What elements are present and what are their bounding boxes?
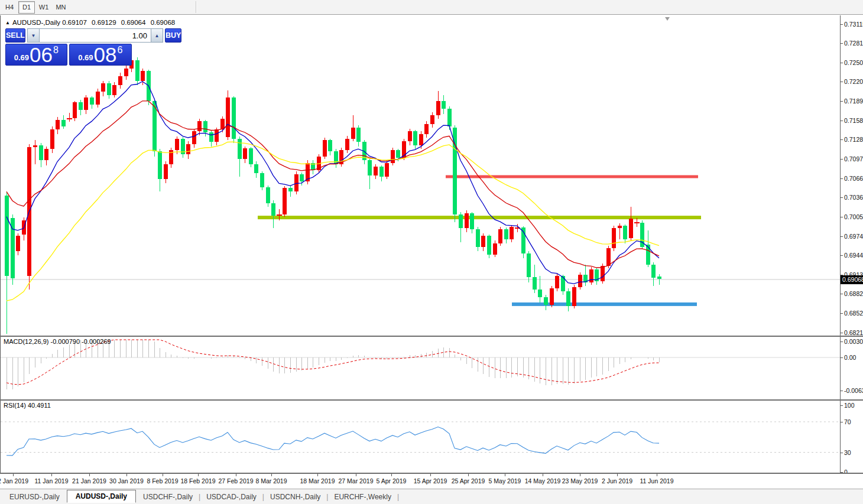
- chart-tab-usdchf[interactable]: USDCHF-,Daily: [138, 493, 197, 501]
- timeframe-toolbar: H4 D1 W1 MN: [0, 0, 863, 15]
- price-chart-canvas[interactable]: [1, 15, 841, 473]
- buy-price-pip: 6: [117, 45, 122, 56]
- date-tick: [430, 474, 431, 476]
- price-axis-label: 0.68520: [844, 310, 863, 317]
- sell-price-panel[interactable]: 0.69 06 8: [5, 44, 67, 66]
- date-tick: [617, 474, 618, 476]
- resistance-line[interactable]: [446, 175, 698, 178]
- chart-tab-audusd[interactable]: AUDUSD-,Daily: [67, 490, 136, 503]
- price-axis-label: 0.70970: [844, 155, 863, 162]
- macd-axis-label: -0.006311: [844, 387, 863, 394]
- timeframe-w1-button[interactable]: W1: [35, 1, 52, 14]
- price-axis-label: 0.69745: [844, 233, 863, 240]
- tab-separator: |: [326, 493, 328, 501]
- buy-price-big: 08: [94, 45, 117, 64]
- buy-price-prefix: 0.69: [78, 53, 93, 62]
- date-tick: [198, 474, 199, 476]
- tab-separator: |: [262, 493, 264, 501]
- buy-button[interactable]: BUY: [165, 28, 181, 43]
- price-axis-label: 0.72505: [844, 59, 863, 66]
- date-tick: [271, 474, 272, 476]
- tab-separator: |: [397, 493, 399, 501]
- buy-price-panel[interactable]: 0.69 08 6: [69, 44, 132, 66]
- toolbar-separator: [196, 1, 197, 13]
- date-tick: [89, 474, 90, 476]
- date-tick: [13, 474, 14, 476]
- price-axis-label: 0.71890: [844, 97, 863, 105]
- chart-tab-usdcnh[interactable]: USDCNH-,Daily: [265, 493, 325, 501]
- volume-stepper: ▼ ▲: [27, 28, 163, 43]
- one-click-trading-panel: SELL ▼ ▲ BUY 0.69 06 8 0.69 08 6: [5, 28, 132, 66]
- pane-separator-bottom: [0, 473, 863, 474]
- price-axis-label: 0.72200: [844, 78, 863, 85]
- date-tick: [236, 474, 236, 476]
- ohlc-close: 0.69068: [151, 19, 176, 26]
- price-axis-label: 0.68825: [844, 290, 863, 297]
- price-axis-label: 0.70050: [844, 213, 863, 220]
- chart-tab-bar: EURUSD-,DailyAUDUSD-,DailyUSDCHF-,Daily|…: [0, 489, 863, 504]
- chart-area: ▲AUDUSD-,Daily 0.69107 0.69129 0.69064 0…: [0, 15, 840, 473]
- date-axis[interactable]: 2 Jan 201911 Jan 201921 Jan 201930 Jan 2…: [0, 474, 863, 488]
- date-tick: [468, 474, 469, 476]
- pivot-line[interactable]: [258, 216, 701, 219]
- volume-decrease-button[interactable]: ▼: [27, 28, 40, 43]
- timeframe-d1-button[interactable]: D1: [18, 1, 35, 14]
- date-tick: [126, 474, 127, 476]
- date-tick: [505, 474, 505, 476]
- rsi-axis-label: 30: [844, 449, 851, 456]
- pane-separator-macd[interactable]: [0, 336, 863, 337]
- price-axis-label: 0.70360: [844, 194, 863, 201]
- chart-shift-marker-icon[interactable]: [665, 17, 670, 21]
- date-tick: [391, 474, 392, 476]
- sell-price-big: 06: [30, 45, 53, 64]
- ohlc-high: 0.69129: [92, 19, 116, 26]
- price-axis-label: 0.72810: [844, 40, 863, 47]
- collapse-triangle-icon[interactable]: ▲: [5, 20, 10, 25]
- price-axis-label: 0.73115: [844, 21, 863, 28]
- macd-label: MACD(12,26,9) -0.000790 -0.000269: [4, 338, 111, 345]
- macd-axis-label: 0.00: [844, 354, 856, 361]
- date-tick: [543, 474, 543, 476]
- support-line[interactable]: [512, 303, 697, 306]
- sell-price-prefix: 0.69: [14, 53, 29, 62]
- volume-input[interactable]: [40, 28, 151, 43]
- chart-tab-eurusd[interactable]: EURUSD-,Daily: [5, 493, 64, 501]
- macd-axis-label: 0.003035: [844, 338, 863, 345]
- date-tick: [163, 474, 163, 476]
- ohlc-open: 0.69107: [62, 19, 87, 26]
- pane-separator-rsi[interactable]: [0, 399, 863, 401]
- chart-tab-eurchf[interactable]: EURCHF-,Weekly: [329, 493, 395, 501]
- price-axis[interactable]: 0.69068 0.731150.728100.725050.722000.71…: [840, 15, 863, 473]
- date-tick: [356, 474, 356, 476]
- volume-increase-button[interactable]: ▲: [151, 28, 163, 43]
- tab-separator: |: [199, 493, 200, 501]
- candles-layer: [5, 53, 661, 334]
- date-tick: [580, 474, 580, 476]
- ohlc-low: 0.69064: [121, 19, 146, 26]
- macd-signal-line: [7, 340, 659, 385]
- chart-tab-usdcad[interactable]: USDCAD-,Daily: [202, 493, 261, 501]
- rsi-line: [7, 427, 659, 456]
- chart-title: ▲AUDUSD-,Daily 0.69107 0.69129 0.69064 0…: [5, 19, 178, 26]
- date-tick: [657, 474, 657, 476]
- date-axis-label: 8 Mar 2019: [248, 477, 295, 485]
- price-axis-label: 0.70665: [844, 175, 863, 182]
- timeframe-mn-button[interactable]: MN: [53, 1, 69, 14]
- timeframe-h4-button[interactable]: H4: [1, 1, 18, 14]
- current-price-badge: 0.69068: [841, 275, 863, 284]
- rsi-axis-label: 100: [844, 402, 855, 409]
- chart-symbol-label: AUDUSD-,Daily: [12, 19, 60, 26]
- date-tick: [317, 474, 318, 476]
- date-tick: [51, 474, 52, 476]
- date-axis-label: 11 Jun 2019: [633, 477, 680, 485]
- price-axis-label: 0.71585: [844, 117, 863, 124]
- rsi-label: RSI(14) 40.4911: [4, 402, 51, 409]
- sell-button[interactable]: SELL: [5, 28, 25, 43]
- price-axis-label: 0.71280: [844, 136, 863, 143]
- ma-mid-line: [7, 101, 659, 268]
- mt4-window: H4 D1 W1 MN ▲AUDUSD-,Daily 0.69107 0.691…: [0, 0, 863, 504]
- price-axis-label: 0.69440: [844, 252, 863, 259]
- sell-price-pip: 8: [53, 45, 59, 56]
- rsi-axis-label: 70: [844, 418, 851, 425]
